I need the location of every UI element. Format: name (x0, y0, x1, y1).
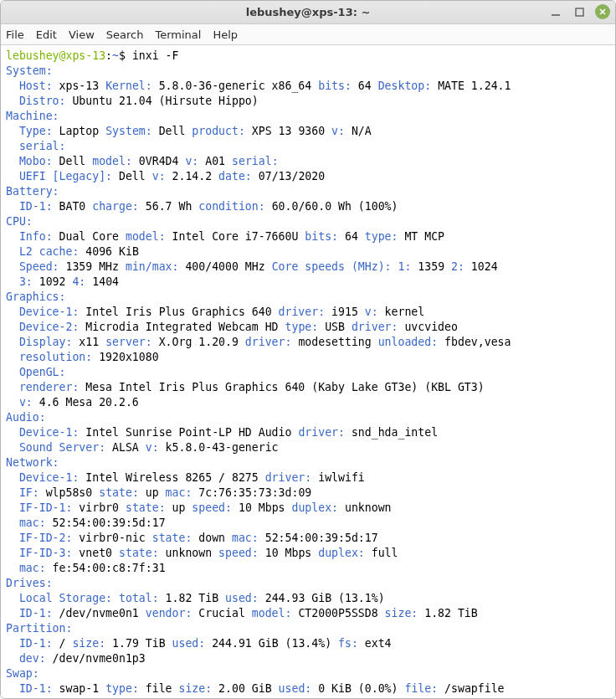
terminal-output[interactable]: lebushey@xps-13:~$ inxi -F System: Host:… (1, 45, 615, 698)
menu-help[interactable]: Help (213, 28, 238, 41)
menu-view[interactable]: View (69, 28, 95, 41)
titlebar[interactable]: lebushey@xps-13: ~ (1, 1, 615, 24)
menubar: File Edit View Search Terminal Help (1, 24, 615, 45)
minimize-button[interactable] (548, 4, 563, 19)
window-title: lebushey@xps-13: ~ (246, 6, 371, 18)
close-button[interactable] (595, 4, 610, 19)
menu-terminal[interactable]: Terminal (155, 28, 201, 41)
menu-file[interactable]: File (6, 28, 24, 41)
window-controls (548, 4, 610, 19)
svg-rect-1 (576, 8, 583, 16)
maximize-button[interactable] (572, 4, 587, 19)
terminal-window: lebushey@xps-13: ~ File Edit View Search… (0, 0, 616, 699)
menu-search[interactable]: Search (106, 28, 144, 41)
menu-edit[interactable]: Edit (36, 28, 57, 41)
